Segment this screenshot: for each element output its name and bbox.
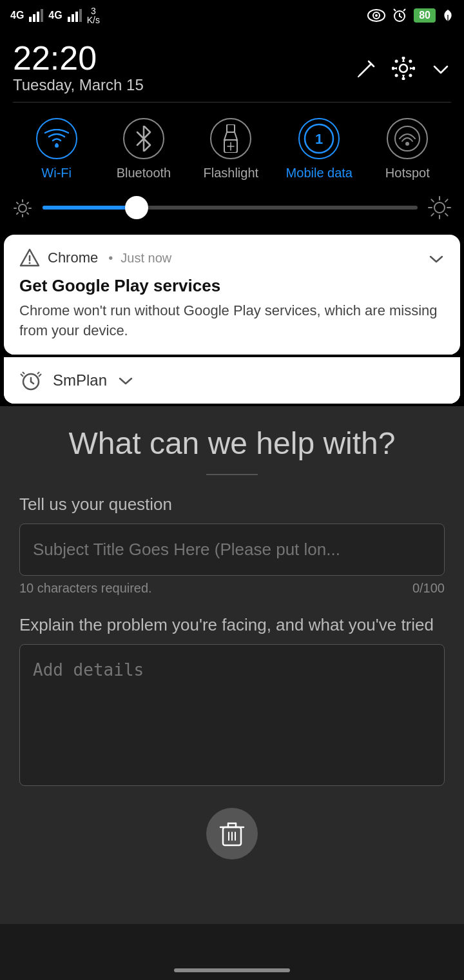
- flashlight-icon-wrap: [210, 118, 251, 159]
- qs-divider: [13, 102, 451, 103]
- svg-point-27: [409, 60, 412, 63]
- qs-header: 22:20 Tuesday, March 15: [13, 31, 451, 99]
- details-label: Explain the problem you're facing, and w…: [19, 615, 445, 635]
- alarm-icon: [392, 8, 407, 23]
- svg-rect-31: [227, 124, 235, 132]
- wifi-icon: [44, 129, 69, 148]
- brightness-thumb[interactable]: [125, 196, 148, 219]
- svg-line-67: [39, 374, 41, 377]
- svg-line-55: [445, 213, 448, 216]
- svg-rect-2: [37, 12, 39, 22]
- smplan-icon: [19, 369, 43, 392]
- svg-point-25: [412, 67, 416, 70]
- chrome-notif-body: Chrome won't run without Google Play ser…: [19, 301, 445, 341]
- chrome-notif-time: Just now: [121, 251, 171, 266]
- notifications-container: Chrome • Just now Get Google Play servic…: [0, 232, 464, 406]
- subject-input[interactable]: [19, 524, 445, 576]
- settings-icon[interactable]: [392, 55, 415, 81]
- svg-line-66: [21, 374, 23, 377]
- subject-label: Tell us your question: [19, 495, 445, 514]
- clock-time: 22:20: [13, 41, 144, 75]
- chrome-notification-content: Chrome • Just now Get Google Play servic…: [4, 235, 460, 355]
- mobile-data-label: Mobile data: [286, 166, 353, 181]
- delete-fab: [19, 808, 445, 859]
- qs-actions: [356, 55, 451, 81]
- edit-icon[interactable]: [356, 55, 376, 79]
- svg-point-30: [55, 144, 59, 148]
- svg-line-65: [37, 372, 39, 374]
- chrome-expand-icon[interactable]: [428, 249, 445, 266]
- svg-rect-5: [72, 14, 74, 22]
- toggle-flashlight[interactable]: Flashlight: [198, 118, 263, 181]
- svg-point-10: [375, 14, 378, 17]
- svg-marker-32: [224, 132, 237, 140]
- brightness-slider[interactable]: [43, 206, 418, 210]
- smplan-notification-content: SmPlan: [4, 357, 460, 404]
- svg-line-46: [27, 213, 28, 214]
- network-speed: 3K/s: [87, 6, 100, 24]
- svg-rect-1: [33, 14, 35, 22]
- svg-point-26: [395, 60, 398, 63]
- brightness-fill: [43, 206, 137, 210]
- status-left: 4G 4G 3K/s: [10, 6, 100, 24]
- qs-time: 22:20 Tuesday, March 15: [13, 41, 144, 94]
- details-textarea[interactable]: [19, 644, 445, 786]
- form-divider: [206, 474, 258, 475]
- svg-line-45: [17, 202, 18, 204]
- notif-header: Chrome • Just now: [19, 248, 445, 268]
- battery-indicator: 80: [414, 8, 436, 23]
- svg-point-29: [409, 74, 412, 77]
- svg-rect-0: [29, 17, 32, 22]
- hotspot-icon: [393, 124, 421, 153]
- quick-settings-panel: 22:20 Tuesday, March 15: [0, 31, 464, 232]
- svg-rect-7: [79, 9, 82, 22]
- brightness-max-icon: [428, 196, 451, 219]
- mobile-data-icon-wrap: 1: [298, 118, 340, 159]
- svg-line-56: [445, 199, 448, 202]
- chrome-notif-title: Get Google Play services: [19, 276, 445, 296]
- chrome-alert-icon: [19, 248, 40, 268]
- svg-point-24: [392, 67, 395, 70]
- svg-line-15: [403, 9, 405, 11]
- svg-point-40: [19, 204, 26, 212]
- svg-line-47: [27, 202, 28, 204]
- collapse-icon[interactable]: [430, 55, 451, 79]
- svg-point-23: [402, 77, 405, 81]
- delete-button[interactable]: [206, 808, 258, 859]
- eye-icon: [367, 9, 385, 22]
- svg-point-28: [395, 74, 398, 77]
- svg-line-54: [431, 199, 434, 202]
- qs-toggles: Wi-Fi Bluetooth Flashlight: [13, 105, 451, 191]
- svg-line-64: [23, 372, 24, 374]
- toggle-bluetooth[interactable]: Bluetooth: [111, 118, 176, 181]
- hotspot-label: Hotspot: [385, 166, 430, 181]
- bluetooth-icon-wrap: [123, 118, 164, 159]
- bluetooth-label: Bluetooth: [117, 166, 171, 181]
- status-bar: 4G 4G 3K/s: [0, 0, 464, 31]
- svg-line-17: [360, 64, 371, 75]
- svg-point-60: [29, 262, 31, 264]
- chrome-app-name: Chrome: [48, 250, 98, 266]
- smplan-expand-icon[interactable]: [117, 371, 134, 389]
- svg-rect-3: [41, 9, 43, 22]
- subject-hint-right: 0/100: [412, 581, 445, 596]
- form-title: What can we help with?: [19, 426, 445, 461]
- toggle-hotspot[interactable]: Hotspot: [375, 118, 440, 181]
- toggle-mobile-data[interactable]: 1 Mobile data: [286, 118, 353, 181]
- svg-point-49: [434, 202, 445, 213]
- svg-line-48: [17, 213, 18, 214]
- 4g-icon-2: 4G: [48, 10, 62, 21]
- toggle-wifi[interactable]: Wi-Fi: [24, 118, 89, 181]
- flashlight-label: Flashlight: [203, 166, 258, 181]
- flashlight-icon: [222, 124, 240, 153]
- svg-point-39: [405, 142, 409, 146]
- svg-rect-6: [75, 12, 78, 22]
- svg-line-57: [431, 213, 434, 216]
- home-indicator[interactable]: [174, 968, 290, 972]
- brightness-row: [13, 191, 451, 232]
- svg-line-14: [394, 9, 396, 11]
- smplan-notification[interactable]: SmPlan: [4, 357, 460, 404]
- hotspot-icon-wrap: [387, 118, 428, 159]
- smplan-app-name: SmPlan: [53, 371, 107, 389]
- svg-rect-4: [68, 17, 70, 22]
